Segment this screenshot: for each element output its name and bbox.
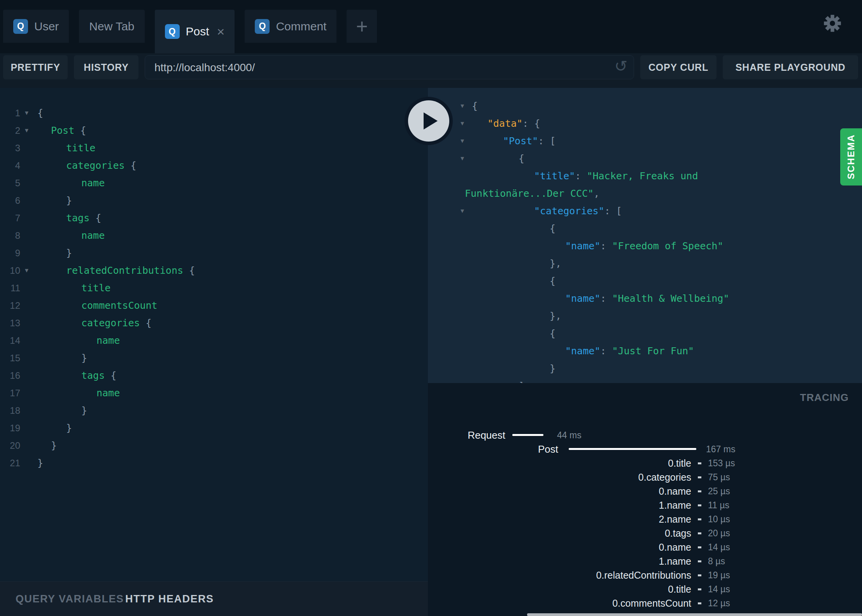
tracing-horizontal-scrollbar[interactable] [527,613,862,616]
play-icon [424,112,438,130]
line-number: 12 [0,297,20,314]
line-number: 5 [0,174,20,192]
code-token: : [600,240,612,252]
tracing-field-label: 0.commentsCount [612,596,691,610]
toolbar: PRETTIFY HISTORY ↺ COPY CURL SHARE PLAYG… [0,53,862,88]
fold-arrow-icon[interactable]: ▼ [25,262,28,279]
code-token: "name" [565,345,600,357]
code-token: "name" [565,240,600,252]
code-text: "data": { [487,115,540,132]
endpoint-url-input[interactable] [154,56,606,80]
tracing-field-bar [698,602,701,604]
code-token: "data" [487,118,522,129]
tracing-field-value: 14 µs [708,540,730,554]
code-token: { [550,328,555,339]
fold-arrow-icon[interactable]: ▼ [25,122,28,139]
response-line: "name": "Freedom of Speech" [428,237,862,255]
line-number: 3 [0,139,20,157]
code-token: "title" [534,170,575,182]
tab-user[interactable]: QUser [3,10,69,43]
code-token: "Just For Fun" [612,345,694,357]
tracing-request-label: Request [468,428,505,442]
tracing-field-bar [698,532,701,534]
code-token: }, [550,258,561,269]
code-text: { [519,150,524,167]
tab-new-tab[interactable]: New Tab [79,10,144,43]
fold-arrow-icon[interactable]: ▼ [25,104,28,122]
response-line: "name": "Health & Wellbeing" [428,290,862,307]
response-line: ▼{ [428,150,862,167]
code-token: { [110,370,116,381]
tracing-field-row: 0.relatedContributions19 µs [428,568,862,582]
tab-comment[interactable]: QComment [245,10,336,43]
execute-query-button[interactable] [405,97,453,145]
query-editor-line: 4categories { [0,157,428,174]
tracing-field-value: 153 µs [708,456,735,470]
code-token: } [66,195,72,206]
query-editor-line: 11title [0,279,428,297]
response-line: Funktionäre...Der CCC", [428,185,862,202]
code-token: { [189,265,195,276]
fold-arrow-icon[interactable]: ▼ [461,115,464,132]
tracing-field-bar [698,560,701,562]
execute-query-button-circle [408,100,449,142]
query-editor-line: 14name [0,332,428,349]
settings-gear-icon[interactable] [822,13,843,33]
query-editor[interactable]: 1▼{2▼Post {3title4categories {5name6}7ta… [0,88,428,581]
response-line: { [428,220,862,237]
response-line: { [428,272,862,290]
tracing-field-value: 20 µs [708,526,730,540]
copy-curl-button[interactable]: COPY CURL [640,55,717,79]
fold-arrow-icon[interactable]: ▼ [461,132,464,150]
tracing-request-value: 44 ms [557,428,582,442]
code-token: { [95,212,101,224]
tracing-field-label: 0.title [668,582,691,596]
code-token: tags [66,212,95,224]
line-number: 14 [0,332,20,349]
code-token: { [550,275,555,287]
schema-side-tab[interactable]: SCHEMA [840,128,862,186]
line-number: 2 [0,122,20,139]
tracing-field-row: 0.title153 µs [428,456,862,470]
close-tab-icon[interactable]: × [217,25,225,38]
fold-arrow-icon[interactable]: ▼ [461,202,464,220]
tracing-field-value: 19 µs [708,568,730,582]
fold-arrow-icon[interactable]: ▼ [461,150,464,167]
response-line: { [428,325,862,342]
query-editor-line: 1▼{ [0,104,428,122]
fold-arrow-icon[interactable]: ▼ [461,97,464,115]
query-editor-line: 12commentsCount [0,297,428,314]
query-badge: Q [255,19,270,34]
code-token: { [37,107,43,119]
prettify-button[interactable]: PRETTIFY [3,55,68,79]
tracing-request-bar [512,434,543,436]
tracing-field-row: 1.name11 µs [428,498,862,512]
code-token: Funktionäre...Der CCC" [465,188,594,199]
code-token: : { [522,118,540,129]
reload-schema-icon[interactable]: ↺ [614,57,627,75]
new-tab-button[interactable]: + [347,10,377,43]
tracing-field-label: 0.relatedContributions [596,568,691,582]
code-token: : [ [538,135,555,147]
tab-post[interactable]: QPost× [155,10,235,53]
query-editor-line: 3title [0,139,428,157]
query-editor-line: 19} [0,419,428,437]
response-line: }, [428,255,862,272]
response-lines: ▼{▼"data": {▼"Post": [▼{"title": "Hacker… [428,88,862,383]
code-text: }, [550,255,561,272]
code-token: "Health & Wellbeing" [612,293,729,304]
code-token: } [66,247,72,259]
code-text: name [96,384,120,402]
query-editor-line: 17name [0,384,428,402]
code-text: "Post": [ [503,132,555,150]
history-button[interactable]: HISTORY [74,55,138,79]
code-text: ] [519,377,524,383]
http-headers-tab[interactable]: HTTP HEADERS [125,582,214,616]
code-token: categories [66,160,131,171]
query-variables-tab[interactable]: QUERY VARIABLES [16,582,124,616]
tracing-field-bar [698,476,701,478]
tracing-field-label: 0.categories [638,470,691,484]
code-token: } [37,457,43,469]
bottom-bar: QUERY VARIABLES HTTP HEADERS [0,581,428,616]
share-playground-button[interactable]: SHARE PLAYGROUND [723,55,858,79]
